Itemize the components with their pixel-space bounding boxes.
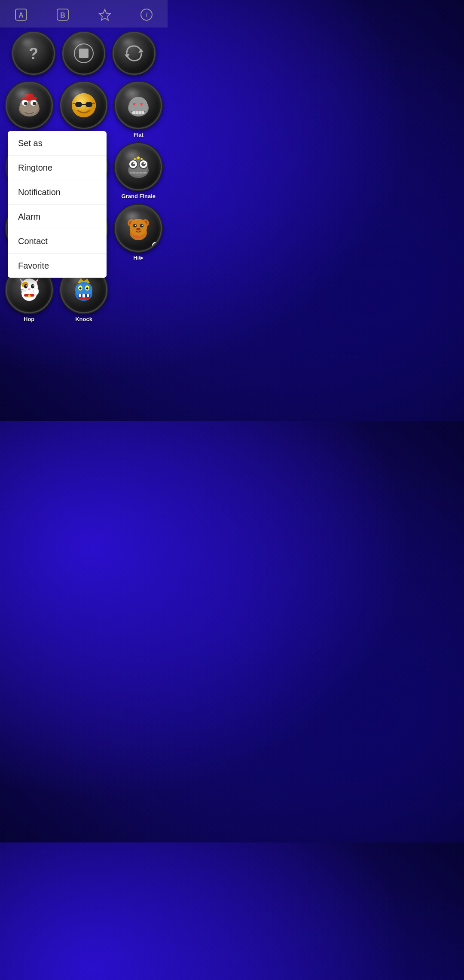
tab-category[interactable]: B: [53, 5, 72, 24]
svg-rect-23: [85, 102, 92, 107]
hit-low-button[interactable]: ♥: [115, 205, 162, 252]
hop-label: Hop: [24, 316, 34, 322]
svg-point-49: [131, 162, 135, 166]
svg-point-87: [135, 225, 136, 226]
stop-button[interactable]: [62, 32, 105, 75]
help-button[interactable]: ?: [12, 32, 55, 75]
svg-point-16: [24, 102, 27, 105]
hit-low-label: Hit▸: [133, 254, 143, 261]
svg-point-50: [141, 162, 146, 166]
menu-alarm[interactable]: Alarm: [8, 205, 107, 229]
svg-point-52: [143, 162, 145, 164]
menu-notification[interactable]: Notification: [8, 180, 107, 205]
svg-point-54: [131, 172, 133, 174]
svg-point-116: [86, 288, 88, 290]
svg-rect-119: [82, 294, 85, 297]
svg-marker-111: [78, 279, 90, 283]
tab-alpha[interactable]: A: [12, 5, 31, 24]
svg-point-109: [34, 288, 39, 295]
control-row: ?: [0, 28, 168, 75]
svg-marker-10: [138, 49, 143, 53]
grand-finale-label: Grand Finale: [122, 193, 156, 199]
top-navigation: A B i: [0, 0, 168, 28]
svg-rect-120: [87, 294, 89, 297]
svg-point-101: [32, 285, 34, 287]
context-menu: Set as Ringtone Notification Alarm Conta…: [8, 131, 107, 278]
svg-point-115: [79, 288, 81, 290]
sound-item-hit-low[interactable]: ♥ Hit▸: [114, 205, 163, 261]
svg-text:♥: ♥: [140, 101, 143, 107]
svg-text:?: ?: [29, 45, 38, 62]
svg-point-17: [33, 102, 36, 105]
flat-button[interactable]: ♥ ♥: [115, 82, 162, 129]
menu-ringtone[interactable]: Ringtone: [8, 156, 107, 180]
svg-marker-92: [20, 279, 26, 285]
sound-item-grand-finale[interactable]: Grand Finale: [114, 143, 163, 199]
fail-button[interactable]: [60, 82, 107, 129]
grand-finale-button[interactable]: [115, 143, 162, 190]
svg-point-57: [142, 172, 143, 174]
svg-point-108: [28, 294, 31, 297]
menu-set-as[interactable]: Set as: [8, 131, 107, 156]
knock-label: Knock: [75, 316, 92, 322]
tab-favorites[interactable]: [95, 5, 114, 24]
svg-point-51: [133, 162, 135, 164]
svg-point-56: [138, 172, 140, 174]
repeat-button[interactable]: [113, 32, 156, 75]
svg-rect-19: [25, 94, 34, 99]
svg-text:i: i: [146, 11, 147, 18]
menu-contact[interactable]: Contact: [8, 229, 107, 254]
svg-text:A: A: [18, 12, 24, 19]
tab-info[interactable]: i: [137, 5, 156, 24]
svg-rect-118: [79, 294, 81, 297]
svg-point-59: [134, 158, 136, 160]
svg-point-55: [135, 172, 137, 174]
svg-point-88: [142, 225, 143, 226]
svg-text:♥: ♥: [135, 233, 138, 240]
playing-indicator: [152, 242, 159, 249]
sound-item-fail[interactable]: Fail: [59, 82, 108, 138]
svg-marker-93: [21, 279, 25, 285]
svg-text:B: B: [60, 12, 65, 19]
svg-point-58: [137, 156, 140, 159]
svg-point-89: [136, 228, 140, 230]
sound-item-exit[interactable]: Exit: [4, 82, 54, 138]
svg-rect-121: [79, 297, 89, 300]
exit-button[interactable]: [6, 82, 53, 129]
svg-point-100: [25, 285, 27, 287]
menu-favorite[interactable]: Favorite: [8, 254, 107, 278]
svg-point-60: [141, 158, 143, 160]
svg-point-102: [28, 288, 31, 290]
svg-marker-4: [99, 9, 110, 20]
sound-item-flat[interactable]: ♥ ♥ Flat: [114, 82, 163, 138]
flat-label: Flat: [134, 132, 143, 138]
svg-text:♥: ♥: [132, 101, 136, 107]
svg-rect-22: [75, 102, 82, 107]
svg-marker-11: [125, 54, 130, 58]
svg-rect-9: [79, 49, 89, 58]
